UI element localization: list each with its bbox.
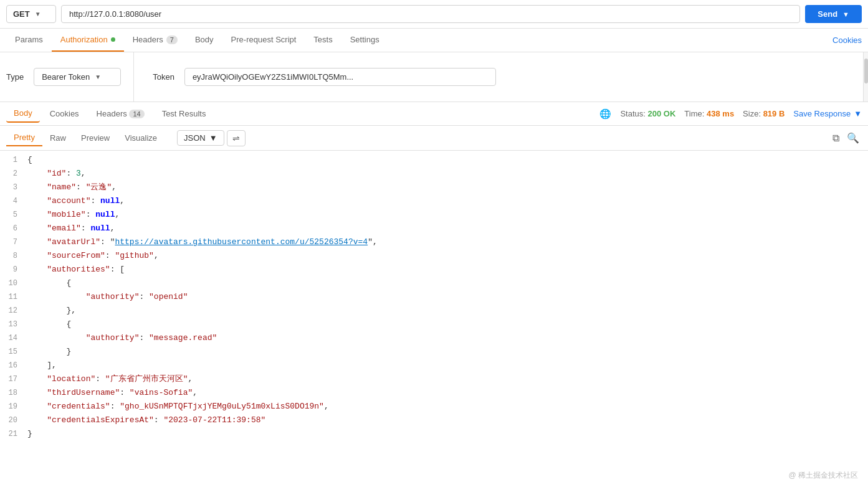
tab-params[interactable]: Params: [6, 29, 52, 52]
line-number: 14: [5, 331, 27, 345]
line-content: }: [27, 345, 863, 359]
status-value: 200 OK: [648, 109, 676, 118]
line-number: 15: [5, 345, 27, 359]
time-value: 438 ms: [707, 109, 734, 118]
line-content: "credentials": "gho_kUSnMPTQFTjxjYEMg0uL…: [27, 400, 863, 414]
copy-icon-button[interactable]: ⧉: [830, 130, 842, 146]
view-tab-preview[interactable]: Preview: [74, 130, 117, 146]
status-text: Status: 200 OK: [620, 109, 675, 118]
send-label: Send: [818, 9, 837, 19]
headers-badge: 7: [166, 35, 178, 44]
json-line: 3 "name": "云逸",: [0, 181, 868, 194]
token-area: Token: [140, 65, 862, 89]
authorization-active-dot: [111, 37, 115, 42]
tab-authorization-label: Authorization: [60, 35, 108, 44]
auth-scrollbar-thumb: [864, 59, 868, 83]
json-line: 20 "credentialsExpiresAt": "2023-07-22T1…: [0, 414, 868, 427]
line-number: 20: [5, 414, 27, 427]
size-value: 819 B: [763, 109, 785, 118]
line-content: {: [27, 153, 863, 167]
json-line: 18 "thirdUsername": "vains-Sofia",: [0, 386, 868, 400]
type-value: Bearer Token: [42, 72, 90, 82]
url-input[interactable]: [61, 5, 800, 23]
search-icon-button[interactable]: 🔍: [844, 130, 862, 146]
view-tabs: Pretty Raw Preview Visualize: [6, 130, 165, 146]
line-number: 13: [5, 318, 27, 331]
json-line: 16 ],: [0, 359, 868, 372]
method-select[interactable]: GET ▼: [6, 5, 56, 23]
globe-icon: 🌐: [599, 108, 611, 120]
response-status: 🌐 Status: 200 OK Time: 438 ms Size: 819 …: [599, 108, 862, 120]
send-chevron-icon: ▼: [842, 11, 849, 18]
line-number: 2: [5, 167, 27, 181]
line-content: "avatarUrl": "https://avatars.githubuser…: [27, 235, 863, 249]
line-content: "credentialsExpiresAt": "2023-07-22T11:3…: [27, 414, 863, 427]
json-line: 17 "location": "广东省广州市天河区",: [0, 372, 868, 386]
tab-headers[interactable]: Headers 7: [124, 29, 186, 52]
line-number: 18: [5, 386, 27, 400]
resp-tab-body[interactable]: Body: [6, 105, 40, 123]
line-content: "authorities": [: [27, 263, 863, 277]
request-tabs: Params Authorization Headers 7 Body Pre-…: [0, 29, 868, 52]
wrap-button[interactable]: ⇌: [227, 130, 246, 146]
tab-settings-label: Settings: [350, 35, 379, 44]
line-number: 4: [5, 194, 27, 208]
method-label: GET: [13, 9, 30, 19]
line-number: 19: [5, 400, 27, 414]
resp-tab-cookies[interactable]: Cookies: [42, 105, 87, 122]
line-number: 8: [5, 249, 27, 263]
line-number: 17: [5, 372, 27, 386]
tab-settings[interactable]: Settings: [341, 29, 388, 52]
method-chevron-icon: ▼: [35, 11, 41, 17]
token-label: Token: [153, 72, 174, 82]
type-label: Type: [6, 72, 24, 82]
tab-prerequest[interactable]: Pre-request Script: [222, 29, 305, 52]
view-tab-raw[interactable]: Raw: [42, 130, 74, 146]
json-line: 2 "id": 3,: [0, 167, 868, 181]
view-tab-visualize[interactable]: Visualize: [117, 130, 165, 146]
save-response-chevron-icon: ▼: [854, 109, 862, 118]
json-line: 15 }: [0, 345, 868, 359]
json-line: 4 "account": null,: [0, 194, 868, 208]
line-number: 10: [5, 277, 27, 290]
resp-tab-body-label: Body: [14, 108, 32, 118]
line-content: "mobile": null,: [27, 208, 863, 222]
tab-prerequest-label: Pre-request Script: [231, 35, 297, 44]
json-line: 8 "sourceFrom": "github",: [0, 249, 868, 263]
json-line: 5 "mobile": null,: [0, 208, 868, 222]
line-content: "location": "广东省广州市天河区",: [27, 372, 863, 386]
line-content: "thirdUsername": "vains-Sofia",: [27, 386, 863, 400]
cookies-link[interactable]: Cookies: [832, 35, 862, 45]
auth-section: Type Bearer Token ▼ Token: [0, 52, 868, 102]
format-chevron-icon: ▼: [209, 133, 217, 143]
size-label: Size:: [743, 109, 761, 118]
line-content: ],: [27, 359, 863, 372]
resp-tab-testresults[interactable]: Test Results: [155, 105, 214, 122]
time-text: Time: 438 ms: [684, 109, 734, 118]
send-button[interactable]: Send ▼: [805, 5, 862, 23]
status-label: Status:: [620, 109, 645, 118]
line-content: "authority": "openid": [27, 290, 863, 304]
format-bar: Pretty Raw Preview Visualize JSON ▼ ⇌ ⧉ …: [0, 126, 868, 151]
view-tab-pretty[interactable]: Pretty: [6, 130, 42, 146]
format-select[interactable]: JSON ▼: [177, 130, 224, 146]
resp-tab-cookies-label: Cookies: [50, 109, 79, 118]
json-line: 19 "credentials": "gho_kUSnMPTQFTjxjYEMg…: [0, 400, 868, 414]
tab-body[interactable]: Body: [186, 29, 222, 52]
resp-tab-headers[interactable]: Headers 14: [89, 105, 152, 122]
type-select[interactable]: Bearer Token ▼: [34, 68, 121, 86]
response-tabs: Body Cookies Headers 14 Test Results 🌐 S…: [0, 102, 868, 126]
line-content: {: [27, 318, 863, 331]
json-line: 12 },: [0, 304, 868, 318]
token-input[interactable]: [184, 68, 496, 86]
line-content: "authority": "message.read": [27, 331, 863, 345]
resp-headers-badge: 14: [129, 110, 144, 118]
tab-tests[interactable]: Tests: [305, 29, 341, 52]
line-number: 21: [5, 427, 27, 441]
line-number: 5: [5, 208, 27, 222]
tab-authorization[interactable]: Authorization: [52, 29, 124, 52]
json-line: 1{: [0, 153, 868, 167]
json-line: 10 {: [0, 277, 868, 290]
save-response-button[interactable]: Save Response ▼: [793, 109, 862, 118]
time-label: Time:: [684, 109, 704, 118]
